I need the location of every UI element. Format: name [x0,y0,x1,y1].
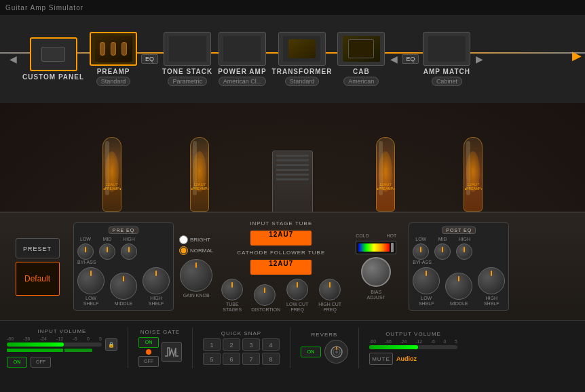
snap-1[interactable]: 1 [203,338,221,351]
input-volume-controls: -60 -36 -24 -12 -6 0 5 🔒 [7,336,117,353]
post-eq-mid-knob[interactable] [434,243,451,260]
output-footer: MUTE Audioz [369,353,457,365]
low-shelf-knob[interactable] [77,267,105,294]
pre-eq-mid-knob[interactable] [99,243,115,260]
input-off-btn[interactable]: OFF [31,357,51,368]
post-eq-high-knob[interactable] [456,243,472,260]
distortion-label: DISTORTION [251,307,278,313]
bright-radio[interactable] [179,235,188,244]
post-eq-low-knob[interactable] [413,243,429,260]
post-eq-high-label: HIGH [458,237,470,242]
gain-knob[interactable] [180,259,212,292]
snap-3[interactable]: 3 [242,338,260,351]
snap-7[interactable]: 7 [242,353,260,365]
tone-stack-thumb [164,32,211,66]
output-vol-slider-group: -60 -36 -24 -12 -6 0 5 [369,339,457,349]
bright-label: BRIGHT [190,237,210,243]
distortion-knob[interactable] [254,284,276,306]
pre-eq-low-knob[interactable] [77,243,94,260]
middle-knob-ctrl[interactable] [110,273,137,300]
tick-0: 0 [87,336,90,341]
tube-stages-knob[interactable] [221,279,243,300]
high-shelf-knob[interactable] [143,267,170,294]
noise-gate-icon[interactable] [162,342,182,362]
post-middle: MIDDLE [445,273,472,307]
chain-item-amp-match[interactable]: AMP MATCH Cabinet [423,32,470,86]
nav-right-2[interactable]: ▶ [473,54,486,64]
post-middle-knob[interactable] [445,273,472,300]
normal-radio[interactable] [179,246,188,255]
snap-8[interactable]: 8 [262,353,280,365]
bias-indicator [391,243,394,252]
bias-knob[interactable] [361,257,391,287]
eq-badge-1[interactable]: EQ [141,54,158,64]
high-cut-knob[interactable] [319,279,341,300]
bottom-bar: INPUT VOLUME -60 -36 -24 -12 -6 0 5 [0,320,585,374]
normal-option[interactable]: NORMAL [179,246,213,255]
pre-eq-shelf-row: LOW SHELF MIDDLE HIGH SHELF [77,267,170,306]
mute-button[interactable]: MUTE [369,353,393,365]
preset-display[interactable]: Default [16,262,60,296]
pre-eq-badge: PRE EQ [109,227,138,234]
eq-badge-2[interactable]: EQ [402,54,419,64]
noise-gate-indicator [146,349,151,355]
chain-item-transformer[interactable]: TRANSFORMER Standard [272,32,333,86]
post-bypass-label: BYI-ASS [413,260,432,264]
preset-button[interactable]: PRESET [16,238,60,258]
snap-5[interactable]: 5 [203,353,221,365]
cathode-tube-select[interactable]: 12AU7 [250,260,312,275]
hot-label: HOT [386,233,396,238]
tube-glass-2: 12AU7●PREAMP● [190,137,209,212]
post-high-shelf-label: HIGH SHELF [478,296,505,306]
cold-hot-labels: COLD HOT [356,233,396,238]
reverb-on-off: ON [301,347,321,357]
output-volume-fill [369,345,418,349]
level-meter [7,348,102,353]
input-tube-select[interactable]: 12AU7 [250,231,312,246]
reverb-icon[interactable] [324,340,348,364]
quick-snap-label: QUICK SNAP [203,330,280,336]
middle-label: MIDDLE [115,301,132,307]
cold-label: COLD [356,233,369,238]
chain-arrow: ▶ [572,48,582,63]
lock-button[interactable]: 🔒 [105,338,117,351]
input-tube-label: INPUT STAGE TUBE [250,220,312,227]
snap-6[interactable]: 6 [223,353,240,365]
nav-right-1[interactable]: ◀ [388,54,400,64]
post-high-shelf-knob[interactable] [478,267,505,294]
post-eq-low-label: LOW [415,237,426,242]
noise-gate-controls: ON OFF [138,337,182,367]
tube-label-2: 12AU7●PREAMP● [191,182,208,191]
chain-item-power-amp[interactable]: POWER AMP American Cl... [218,32,266,86]
chain-item-cab[interactable]: CAB American [337,32,385,86]
reverb-on[interactable]: ON [301,347,321,357]
output-volume-label: OUTPUT VOLUME [369,331,457,337]
snap-2[interactable]: 2 [223,338,240,351]
input-on-btn[interactable]: ON [7,357,27,368]
noise-gate-off[interactable]: OFF [138,356,159,367]
chain-item-preamp[interactable]: PREAMP Standard [90,32,137,86]
noise-gate-label: NOISE GATE [138,329,182,335]
out-tick-12: -12 [415,339,422,344]
output-volume-slider[interactable] [369,345,457,349]
chain-item-tone-stack[interactable]: TONE STACK Parametric [162,32,212,86]
bright-option[interactable]: BRIGHT [179,235,210,244]
svg-point-2 [335,351,338,353]
nav-left-arrow[interactable]: ◀ [7,54,20,64]
input-volume-slider[interactable] [7,342,102,347]
control-panel: PRESET Default PRE EQ LOW MID HIGH [0,212,585,320]
noise-gate-on[interactable]: ON [138,337,159,348]
post-low-shelf-knob[interactable] [413,267,440,294]
cathode-tube-label: CATHODE FOLLOWER TUBE [237,250,325,256]
input-tube-display: INPUT STAGE TUBE 12AU7 [250,220,312,246]
post-high-shelf: HIGH SHELF [478,267,505,306]
tube-glass-1: 12AU7●PREAMP● [102,137,121,212]
snap-4[interactable]: 4 [262,338,280,351]
low-cut-knob[interactable] [286,279,308,300]
pre-eq-high-knob[interactable] [121,243,137,260]
tube-glass-4: 12AU7●PREAMP● [464,137,483,212]
bypass-label: BYI-ASS [77,260,96,264]
gate-svg [164,344,180,360]
middle-knob: MIDDLE [110,273,137,307]
chain-item-custom-panel[interactable]: CUSTOM PANEL [22,37,84,81]
